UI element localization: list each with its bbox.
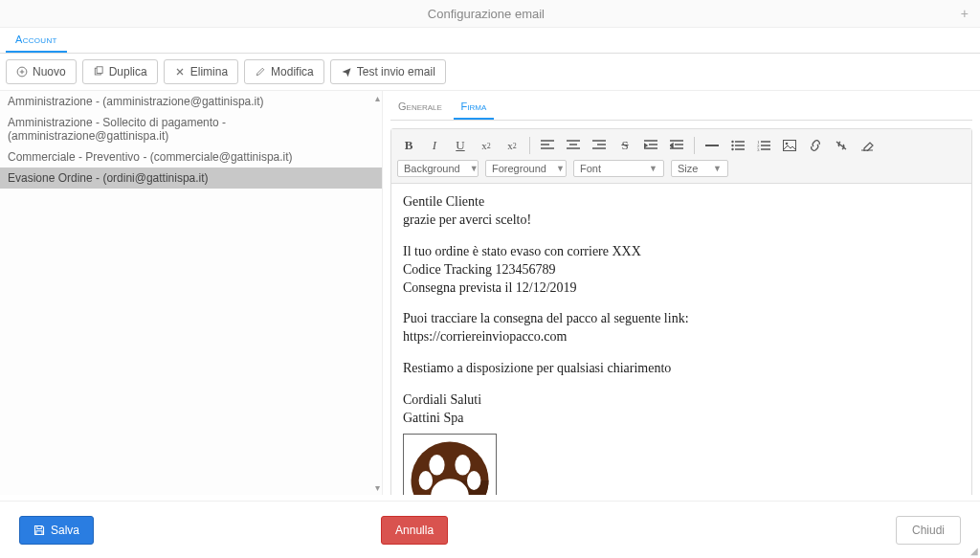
tab-account[interactable]: Account: [6, 28, 67, 53]
font-select[interactable]: Font▼: [573, 160, 664, 177]
sub-tabs: Generale Firma: [390, 91, 972, 121]
svg-point-10: [786, 143, 789, 145]
underline-icon[interactable]: U: [449, 135, 472, 156]
svg-rect-16: [37, 525, 42, 528]
list-item[interactable]: Amministrazione - (amministrazione@gatti…: [0, 91, 382, 112]
list-item[interactable]: Commerciale - Preventivo - (commerciale@…: [0, 146, 382, 167]
tab-firma[interactable]: Firma: [454, 97, 495, 120]
editor-panel: Generale Firma B I U x2 x2 S: [383, 91, 980, 495]
align-left-icon[interactable]: [536, 135, 559, 156]
list-ul-icon[interactable]: [726, 135, 749, 156]
list-item[interactable]: Evasione Ordine - (ordini@gattinispa.it): [0, 167, 382, 189]
erase-icon[interactable]: [856, 135, 879, 156]
strikethrough-icon[interactable]: S: [613, 135, 636, 156]
outdent-icon[interactable]: [665, 135, 688, 156]
elimina-button[interactable]: Elimina: [164, 59, 238, 84]
list-ol-icon[interactable]: 123: [752, 135, 775, 156]
plus-circle-icon: [16, 66, 28, 78]
email-list-panel: ▴ Amministrazione - (amministrazione@gat…: [0, 91, 383, 495]
bold-icon[interactable]: B: [397, 135, 420, 156]
nuovo-button[interactable]: Nuovo: [6, 59, 77, 84]
image-icon[interactable]: [778, 135, 801, 156]
hr-icon[interactable]: [701, 135, 724, 156]
unlink-icon[interactable]: [830, 135, 853, 156]
signature-line: Consegna prevista il 12/12/2019: [403, 279, 960, 298]
svg-text:3: 3: [757, 147, 760, 151]
footer-bar: Salva Annulla Chiudi: [0, 501, 980, 558]
svg-point-13: [455, 455, 470, 476]
action-toolbar: Nuovo Duplica Elimina Modifica Test invi…: [0, 54, 980, 91]
signature-line: Cordiali Saluti: [403, 391, 960, 410]
modifica-button[interactable]: Modifica: [244, 59, 324, 84]
align-right-icon[interactable]: [588, 135, 611, 156]
tab-generale[interactable]: Generale: [390, 97, 450, 118]
tracking-link[interactable]: https://corriereinviopacco.com: [403, 329, 567, 344]
signature-line: Codice Tracking 123456789: [403, 261, 960, 279]
svg-point-3: [731, 141, 733, 143]
foreground-select[interactable]: Foreground▼: [485, 160, 567, 177]
svg-point-15: [467, 471, 480, 490]
pencil-icon: [255, 66, 266, 78]
editor-content[interactable]: Gentile Cliente grazie per averci scelto…: [391, 184, 971, 495]
list-item[interactable]: Amministrazione - Sollecito di pagamento…: [0, 112, 382, 146]
add-icon[interactable]: +: [961, 6, 969, 21]
copy-icon: [93, 66, 104, 78]
signature-line: Puoi tracciare la consegna del pacco al …: [403, 310, 960, 328]
x-icon: [174, 66, 186, 78]
link-icon[interactable]: [804, 135, 827, 156]
signature-line: grazie per averci scelto!: [403, 212, 960, 230]
salva-button[interactable]: Salva: [19, 516, 94, 545]
svg-rect-9: [784, 141, 796, 151]
svg-point-12: [429, 455, 444, 476]
chiudi-button[interactable]: Chiudi: [896, 516, 961, 545]
superscript-icon[interactable]: x2: [501, 135, 523, 156]
logo-image: [403, 434, 497, 495]
test-invio-button[interactable]: Test invio email: [330, 59, 446, 84]
svg-point-14: [419, 471, 433, 490]
window-title: Configurazione email: [11, 7, 961, 21]
subscript-icon[interactable]: x2: [475, 135, 498, 156]
svg-rect-2: [97, 67, 102, 74]
size-select[interactable]: Size▼: [671, 160, 728, 177]
rich-text-editor: B I U x2 x2 S 123: [390, 128, 972, 495]
background-select[interactable]: Background▼: [397, 160, 479, 177]
annulla-button[interactable]: Annulla: [381, 516, 448, 545]
window-header: Configurazione email +: [0, 0, 980, 28]
main-tabs: Account: [0, 28, 980, 54]
resize-grip-icon[interactable]: ◢: [970, 546, 978, 556]
svg-point-4: [731, 145, 733, 146]
signature-line: Restiamo a disposizione per qualsiasi ch…: [403, 360, 960, 378]
svg-point-5: [731, 148, 733, 150]
scroll-up-icon[interactable]: ▴: [375, 93, 380, 103]
save-icon: [33, 525, 45, 536]
send-icon: [341, 66, 352, 78]
indent-icon[interactable]: [639, 135, 662, 156]
signature-line: Gentile Cliente: [403, 193, 960, 212]
italic-icon[interactable]: I: [423, 135, 446, 156]
scroll-down-icon[interactable]: ▾: [375, 482, 380, 493]
signature-line: Il tuo ordine è stato evaso con corriere…: [403, 243, 960, 261]
duplica-button[interactable]: Duplica: [82, 59, 158, 84]
signature-line: Gattini Spa: [403, 410, 960, 428]
align-center-icon[interactable]: [562, 135, 585, 156]
editor-toolbar: B I U x2 x2 S 123: [391, 129, 971, 184]
email-list: Amministrazione - (amministrazione@gatti…: [0, 91, 382, 495]
